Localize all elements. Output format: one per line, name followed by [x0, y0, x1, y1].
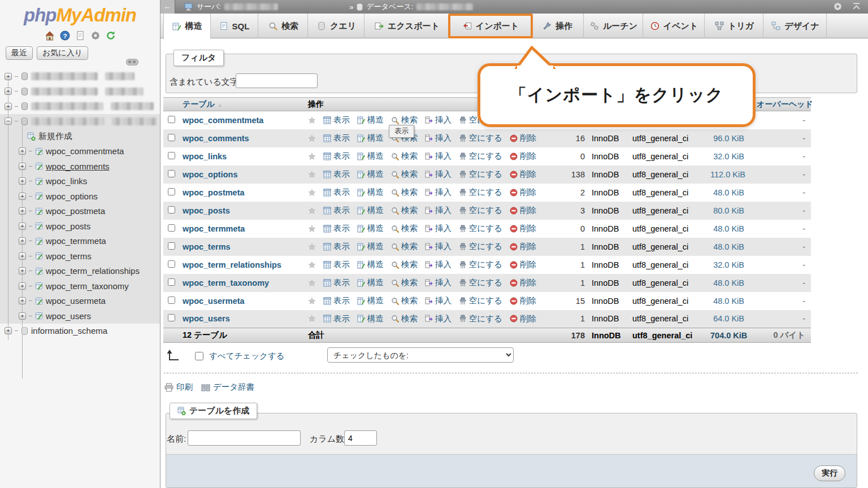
expand-icon[interactable]: +	[19, 252, 26, 260]
expand-icon[interactable]: +	[19, 267, 26, 274]
sidebar-table-item[interactable]: + wpoc_postmeta	[0, 204, 160, 219]
table-name-link[interactable]: wpoc_users	[183, 314, 230, 323]
browse-action[interactable]: 表示	[323, 133, 350, 143]
sidebar-table-link[interactable]: wpoc_postmeta	[46, 206, 105, 216]
refresh-icon[interactable]	[106, 30, 116, 41]
insert-action[interactable]: 挿入	[425, 295, 452, 306]
row-checkbox[interactable]	[168, 170, 175, 177]
table-name-link[interactable]: wpoc_term_taxonomy	[183, 278, 269, 287]
expand-icon[interactable]: +	[5, 327, 12, 334]
favorite-star-icon[interactable]	[308, 171, 316, 178]
sidebar-table-item[interactable]: + wpoc_comments	[0, 159, 160, 174]
insert-action[interactable]: 挿入	[425, 205, 452, 216]
search-action[interactable]: 検索	[391, 295, 418, 306]
insert-action[interactable]: 挿入	[425, 133, 452, 143]
sidebar-table-item[interactable]: + wpoc_terms	[0, 249, 160, 264]
empty-action[interactable]: 空にする	[459, 295, 502, 306]
favorite-star-icon[interactable]	[308, 189, 316, 197]
sidebar-table-item[interactable]: + wpoc_usermeta	[0, 294, 160, 309]
insert-action[interactable]: 挿入	[425, 187, 452, 198]
recent-button[interactable]: 最近	[6, 46, 33, 60]
search-action[interactable]: 検索	[391, 313, 418, 324]
new-table-link[interactable]: 新規作成	[38, 131, 72, 142]
expand-icon[interactable]: +	[19, 223, 26, 230]
expand-icon[interactable]: +	[19, 163, 26, 170]
row-checkbox[interactable]	[168, 314, 175, 321]
sidebar-table-link[interactable]: wpoc_links	[46, 176, 87, 186]
search-action[interactable]: 検索	[391, 169, 418, 180]
expand-icon[interactable]: +	[5, 103, 12, 110]
structure-action[interactable]: 構造	[357, 295, 384, 306]
drop-action[interactable]: 削除	[510, 133, 536, 143]
table-name-link[interactable]: wpoc_termmeta	[183, 224, 245, 233]
browse-action[interactable]: 表示	[323, 223, 350, 234]
tab-structure[interactable]: 構造	[163, 14, 211, 39]
sidebar-table-link[interactable]: wpoc_term_taxonomy	[46, 281, 129, 291]
browse-action[interactable]: 表示	[323, 151, 350, 162]
sort-by-table-header[interactable]: テーブル	[183, 99, 215, 108]
sidebar-table-item[interactable]: + wpoc_term_taxonomy	[0, 278, 160, 294]
insert-action[interactable]: 挿入	[425, 241, 452, 252]
browse-action[interactable]: 表示	[323, 259, 350, 270]
table-name-link[interactable]: wpoc_terms	[183, 242, 231, 251]
sidebar-table-item[interactable]: + wpoc_links	[0, 174, 160, 189]
drop-action[interactable]: 削除	[510, 205, 536, 216]
expand-icon[interactable]: +	[5, 73, 12, 80]
search-action[interactable]: 検索	[391, 223, 418, 234]
table-name-link[interactable]: wpoc_comments	[183, 134, 249, 143]
drop-action[interactable]: 削除	[510, 151, 536, 162]
favorite-star-icon[interactable]	[308, 207, 316, 215]
empty-action[interactable]: 空にする	[459, 133, 502, 143]
back-button[interactable]: ←	[160, 0, 175, 14]
table-name-link[interactable]: wpoc_options	[183, 170, 237, 179]
data-dictionary-link[interactable]: データ辞書	[201, 382, 254, 393]
information-schema-link[interactable]: information_schema	[31, 326, 107, 336]
tab-export[interactable]: エクスポート	[366, 14, 449, 38]
row-checkbox[interactable]	[168, 206, 175, 213]
empty-action[interactable]: 空にする	[459, 169, 502, 180]
expand-icon[interactable]: +	[19, 297, 26, 304]
drop-action[interactable]: 削除	[510, 313, 536, 324]
browse-action[interactable]: 表示	[323, 169, 350, 180]
row-checkbox[interactable]	[168, 134, 175, 141]
sidebar-table-item[interactable]: + wpoc_posts	[0, 219, 160, 234]
empty-action[interactable]: 空にする	[459, 151, 502, 162]
expand-icon[interactable]: +	[19, 193, 26, 200]
empty-action[interactable]: 空にする	[459, 223, 502, 234]
with-selected-select[interactable]: チェックしたものを:	[327, 347, 514, 363]
database-item-blurred[interactable]: +	[0, 69, 160, 84]
expand-icon[interactable]: +	[5, 88, 12, 95]
help-icon[interactable]: ?	[60, 30, 70, 41]
structure-action[interactable]: 構造	[357, 313, 384, 324]
structure-action[interactable]: 構造	[357, 115, 384, 125]
favorite-star-icon[interactable]	[308, 243, 316, 251]
database-item-expanded[interactable]: −	[0, 114, 160, 129]
row-checkbox[interactable]	[168, 116, 175, 123]
search-action[interactable]: 検索	[391, 205, 418, 216]
tab-triggers[interactable]: トリガ	[706, 14, 763, 38]
insert-action[interactable]: 挿入	[425, 169, 452, 180]
tab-routines[interactable]: ルーチン	[585, 14, 643, 38]
insert-action[interactable]: 挿入	[425, 115, 452, 125]
database-item-blurred[interactable]: +	[0, 99, 160, 114]
sort-by-overhead-header[interactable]: オーバーヘッド	[757, 99, 813, 108]
expand-icon[interactable]: +	[19, 147, 26, 155]
sidebar-table-link[interactable]: wpoc_commentmeta	[46, 146, 124, 156]
insert-action[interactable]: 挿入	[425, 277, 452, 288]
table-name-link[interactable]: wpoc_usermeta	[183, 297, 245, 306]
favorite-star-icon[interactable]	[308, 315, 316, 323]
drop-action[interactable]: 削除	[510, 169, 536, 180]
browse-action[interactable]: 表示	[323, 205, 350, 216]
insert-action[interactable]: 挿入	[425, 223, 452, 234]
collapse-top-icon[interactable]	[852, 2, 861, 11]
expand-icon[interactable]: +	[19, 177, 26, 185]
structure-action[interactable]: 構造	[357, 259, 384, 270]
empty-action[interactable]: 空にする	[459, 277, 502, 288]
tab-events[interactable]: イベント	[644, 14, 705, 38]
tab-sql[interactable]: SQL	[211, 14, 258, 38]
expand-icon[interactable]: +	[19, 312, 26, 320]
empty-action[interactable]: 空にする	[459, 313, 502, 324]
collapse-icon[interactable]: −	[5, 117, 12, 125]
structure-action[interactable]: 構造	[357, 205, 384, 216]
browse-action[interactable]: 表示	[323, 313, 350, 324]
